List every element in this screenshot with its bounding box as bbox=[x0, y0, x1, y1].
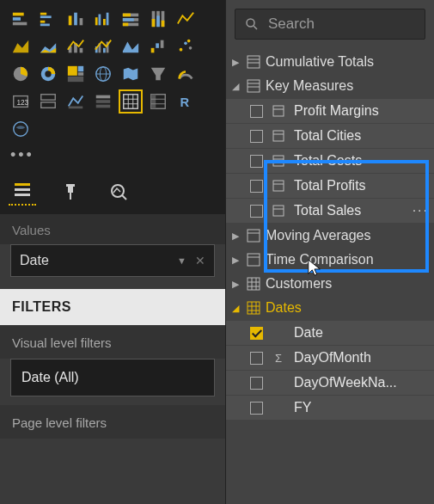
measure-label: Total Cities bbox=[294, 128, 361, 144]
svg-text:123: 123 bbox=[16, 99, 28, 107]
measure-total-sales[interactable]: Total Sales ··· bbox=[226, 199, 434, 223]
viz-100-stacked-column-icon[interactable] bbox=[146, 7, 170, 31]
viz-100-stacked-bar-icon[interactable] bbox=[119, 7, 143, 31]
checkbox[interactable] bbox=[250, 130, 263, 143]
viz-stacked-area-icon[interactable] bbox=[36, 34, 60, 58]
fields-panel: Search ▶ Cumulative Totals ◢ Key Measure… bbox=[225, 0, 434, 504]
checkbox[interactable] bbox=[250, 377, 263, 390]
checkbox[interactable] bbox=[250, 105, 263, 118]
format-tabs bbox=[0, 173, 225, 214]
svg-point-42 bbox=[187, 40, 191, 43]
tree-node-moving-averages[interactable]: ▶ Moving Averages bbox=[226, 224, 434, 248]
viz-r-icon[interactable]: R bbox=[174, 89, 198, 114]
measure-total-costs[interactable]: Total Costs bbox=[226, 149, 434, 173]
measure-total-profits[interactable]: Total Profits bbox=[226, 174, 434, 198]
tree-node-cumulative-totals[interactable]: ▶ Cumulative Totals bbox=[226, 50, 434, 74]
svg-rect-9 bbox=[80, 18, 83, 25]
measure-total-cities[interactable]: Total Cities bbox=[226, 124, 434, 148]
visual-filter-date[interactable]: Date (All) bbox=[10, 359, 215, 396]
column-dayofweekname[interactable]: DayOfWeekNa... bbox=[226, 371, 434, 395]
svg-rect-68 bbox=[151, 95, 156, 109]
tree-node-key-measures[interactable]: ◢ Key Measures bbox=[226, 74, 434, 98]
viz-filled-map-icon[interactable] bbox=[119, 62, 143, 86]
viz-line-clustered-icon[interactable] bbox=[91, 34, 115, 58]
checkbox[interactable] bbox=[250, 352, 263, 365]
checkbox[interactable] bbox=[250, 155, 263, 168]
viz-ribbon-icon[interactable] bbox=[119, 34, 143, 58]
viz-table-icon[interactable] bbox=[119, 89, 143, 114]
column-dayofmonth[interactable]: Σ DayOfMonth bbox=[226, 346, 434, 370]
viz-slicer-icon[interactable] bbox=[91, 89, 115, 114]
tree-node-time-comparison[interactable]: ▶ Time Comparison bbox=[226, 248, 434, 272]
svg-rect-36 bbox=[151, 48, 155, 53]
column-fy[interactable]: FY bbox=[226, 396, 434, 420]
visualizations-more[interactable]: ••• bbox=[0, 144, 225, 173]
table-grid-icon bbox=[247, 301, 260, 315]
svg-rect-73 bbox=[15, 183, 30, 186]
format-tab-icon[interactable] bbox=[57, 178, 84, 206]
more-options-icon[interactable]: ··· bbox=[413, 203, 429, 218]
caret-down-icon: ◢ bbox=[229, 81, 241, 92]
svg-rect-37 bbox=[156, 43, 159, 48]
tree-node-customers[interactable]: ▶ Customers bbox=[226, 272, 434, 296]
svg-rect-25 bbox=[162, 21, 165, 27]
svg-rect-57 bbox=[41, 102, 56, 108]
svg-rect-49 bbox=[68, 77, 83, 82]
viz-py-icon[interactable] bbox=[9, 117, 33, 141]
measure-icon bbox=[272, 179, 285, 193]
column-date[interactable]: Date bbox=[226, 321, 434, 345]
search-input[interactable]: Search bbox=[235, 9, 425, 40]
svg-rect-58 bbox=[69, 107, 83, 109]
values-field-well[interactable]: Date ▼ ✕ bbox=[10, 244, 215, 277]
viz-stacked-column-icon[interactable] bbox=[64, 7, 88, 31]
measure-label: Profit Margins bbox=[294, 103, 379, 119]
svg-rect-12 bbox=[103, 19, 106, 25]
viz-kpi-icon[interactable] bbox=[64, 89, 88, 114]
viz-clustered-column-icon[interactable] bbox=[91, 7, 115, 31]
table-icon bbox=[247, 79, 260, 93]
viz-matrix-icon[interactable] bbox=[146, 89, 170, 114]
viz-scatter-icon[interactable] bbox=[174, 34, 198, 58]
viz-waterfall-icon[interactable] bbox=[146, 34, 170, 58]
tree-label: Cumulative Totals bbox=[266, 54, 374, 70]
svg-rect-17 bbox=[123, 18, 134, 22]
measure-icon bbox=[272, 104, 285, 118]
viz-card-icon[interactable]: 123 bbox=[9, 89, 33, 114]
checkbox[interactable] bbox=[250, 180, 263, 193]
fields-tab-icon[interactable] bbox=[9, 178, 36, 206]
measure-icon bbox=[272, 154, 285, 168]
svg-rect-46 bbox=[68, 66, 77, 76]
viz-area-icon[interactable] bbox=[9, 34, 33, 58]
remove-field-icon[interactable]: ✕ bbox=[195, 254, 205, 267]
svg-rect-34 bbox=[103, 48, 106, 53]
svg-rect-74 bbox=[15, 188, 30, 191]
viz-funnel-icon[interactable] bbox=[146, 62, 170, 86]
search-icon bbox=[244, 16, 260, 32]
svg-rect-103 bbox=[248, 278, 260, 290]
viz-donut-icon[interactable] bbox=[36, 62, 60, 86]
viz-pie-icon[interactable] bbox=[9, 62, 33, 86]
tree-node-dates[interactable]: ◢ Dates bbox=[226, 296, 434, 320]
viz-multi-card-icon[interactable] bbox=[36, 89, 60, 114]
measure-profit-margins[interactable]: Profit Margins bbox=[226, 99, 434, 123]
tree-label: Moving Averages bbox=[266, 228, 370, 243]
viz-map-icon[interactable] bbox=[91, 62, 115, 86]
caret-right-icon: ▶ bbox=[229, 57, 241, 68]
svg-rect-61 bbox=[96, 105, 111, 108]
analytics-tab-icon[interactable] bbox=[105, 178, 132, 206]
svg-rect-60 bbox=[96, 100, 111, 103]
viz-stacked-bar-icon[interactable] bbox=[9, 7, 33, 31]
tree-label: Customers bbox=[266, 276, 332, 292]
viz-line-column-icon[interactable] bbox=[64, 34, 88, 58]
filters-header: FILTERS bbox=[0, 289, 225, 325]
svg-rect-97 bbox=[273, 206, 284, 216]
checkbox[interactable] bbox=[250, 402, 263, 415]
viz-treemap-icon[interactable] bbox=[64, 62, 88, 86]
viz-clustered-bar-icon[interactable] bbox=[36, 7, 60, 31]
checkbox-checked[interactable] bbox=[250, 327, 263, 340]
measure-icon bbox=[272, 204, 285, 218]
viz-gauge-icon[interactable] bbox=[174, 62, 198, 86]
viz-line-icon[interactable] bbox=[174, 7, 198, 31]
checkbox[interactable] bbox=[250, 205, 263, 218]
chevron-down-icon[interactable]: ▼ bbox=[177, 255, 186, 266]
